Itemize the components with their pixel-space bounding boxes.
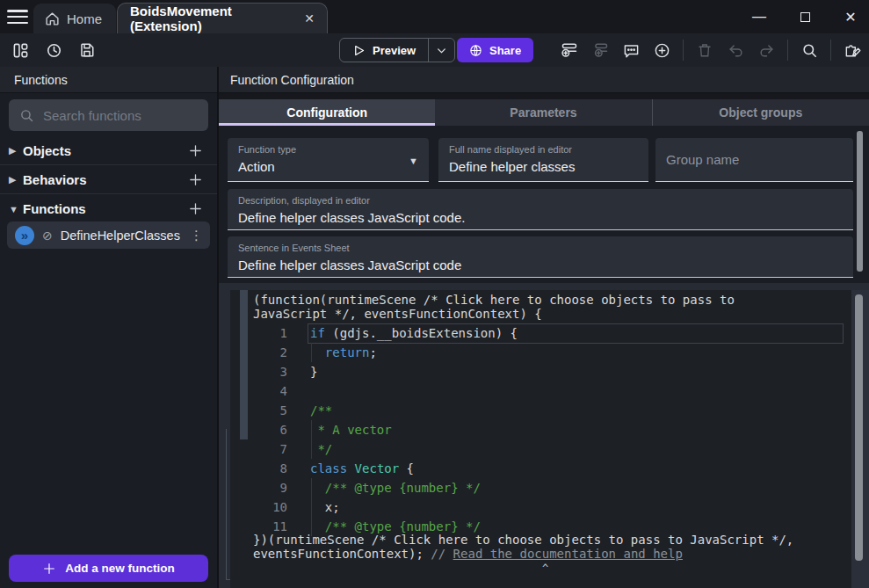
code-line[interactable]: 6 * A vector: [230, 420, 836, 439]
tree-separator: [0, 193, 217, 194]
line-code[interactable]: x;: [310, 500, 340, 514]
line-number: 4: [230, 384, 287, 398]
full-name-field[interactable]: Full name displayed in editor Define hel…: [438, 138, 648, 182]
code-line[interactable]: 1if (gdjs.__boidsExtension) {: [230, 323, 836, 343]
search-button[interactable]: [800, 40, 819, 60]
javascript-code-event: (function(runtimeScene /* Click here to …: [230, 290, 869, 588]
add-event-button[interactable]: [560, 40, 579, 60]
code-footer-comment: //: [431, 547, 453, 561]
add-object-button[interactable]: [185, 142, 205, 161]
code-scrollbar[interactable]: [855, 294, 863, 561]
configuration-tabs: Configuration Parameters Object groups: [219, 99, 869, 126]
code-header-line[interactable]: (function(runtimeScene /* Click here to …: [253, 293, 807, 321]
line-number: 5: [230, 403, 287, 417]
line-code[interactable]: * A vector: [310, 423, 392, 437]
item-menu-icon[interactable]: ⋮: [190, 228, 203, 243]
tab-parameters[interactable]: Parameters: [435, 99, 651, 126]
select-caret-icon: ▼: [409, 156, 418, 166]
line-code[interactable]: return;: [310, 345, 377, 359]
description-field[interactable]: Description, displayed in editor Define …: [228, 189, 853, 230]
chevron-down-icon: ▼: [9, 204, 23, 214]
tab-home[interactable]: Home: [33, 4, 116, 33]
preview-dropdown-button[interactable]: [428, 39, 454, 62]
line-number: 10: [230, 500, 287, 514]
toolbar-divider: [787, 40, 788, 61]
code-line[interactable]: 3}: [230, 362, 836, 381]
line-number: 3: [230, 365, 287, 379]
function-configuration-form: Function type Action ▼ Full name display…: [219, 126, 869, 283]
menu-hamburger-icon[interactable]: [7, 8, 28, 25]
form-scrollbar[interactable]: [857, 131, 863, 272]
code-line[interactable]: 9 /** @type {number} */: [230, 478, 836, 497]
sidebar-panel-title: Functions: [0, 67, 217, 93]
sidebar-section-functions[interactable]: ▼ Functions: [0, 195, 217, 222]
preview-button-group: Preview: [339, 38, 455, 62]
line-code[interactable]: /** @type {number} */: [310, 481, 481, 495]
sidebar-section-objects[interactable]: ▶ Objects: [0, 137, 217, 164]
sidebar-section-behaviors[interactable]: ▶ Behaviors: [0, 166, 217, 193]
code-line[interactable]: 7 */: [230, 439, 836, 459]
titlebar: Home BoidsMovement (Extension) ✕ — ✕: [0, 0, 869, 33]
project-history-icon[interactable]: [44, 40, 63, 60]
code-line[interactable]: 4: [230, 381, 836, 401]
preview-button[interactable]: Preview: [340, 39, 428, 62]
open-panels-button[interactable]: [11, 40, 30, 60]
chevron-right-icon: ▶: [9, 145, 23, 156]
share-button[interactable]: Share: [457, 38, 533, 62]
share-label: Share: [489, 44, 521, 57]
code-footer-line: })(runtimeScene /* Click here to choose …: [253, 533, 815, 561]
tab-object-groups[interactable]: Object groups: [652, 99, 869, 126]
code-line[interactable]: 10 x;: [230, 497, 836, 517]
plus-icon: [42, 562, 56, 576]
code-line[interactable]: 5/**: [230, 401, 836, 420]
code-line[interactable]: 2 return;: [230, 343, 836, 362]
window-minimize-button[interactable]: —: [750, 7, 769, 26]
tab-configuration[interactable]: Configuration: [219, 99, 435, 126]
preview-label: Preview: [373, 44, 416, 57]
tree-separator: [0, 164, 217, 165]
tab-extension[interactable]: BoidsMovement (Extension) ✕: [117, 3, 328, 33]
tab-home-label: Home: [67, 11, 102, 26]
add-behavior-button[interactable]: [185, 171, 205, 190]
tab-extension-label: BoidsMovement (Extension): [130, 4, 292, 33]
delete-button[interactable]: [695, 40, 714, 60]
function-item-definehelperclasses[interactable]: » ⊘ DefineHelperClasses ⋮: [7, 221, 210, 249]
chevron-right-icon: ▶: [9, 174, 23, 185]
window-maximize-button[interactable]: [795, 7, 815, 26]
toolbar-divider: [683, 40, 684, 61]
line-code[interactable]: class Vector {: [310, 461, 414, 475]
window-close-button[interactable]: ✕: [841, 7, 860, 26]
tab-close-icon[interactable]: ✕: [304, 11, 315, 25]
line-code[interactable]: /** @type {number} */: [310, 519, 481, 534]
code-scrollbar-track: [851, 290, 869, 588]
documentation-link[interactable]: Read the documentation and help: [453, 547, 683, 561]
line-code[interactable]: /**: [310, 403, 332, 417]
add-comment-button[interactable]: [621, 40, 641, 60]
add-subevent-button[interactable]: [590, 40, 610, 60]
add-new-event-button[interactable]: [652, 40, 671, 60]
line-number: 9: [230, 481, 287, 495]
add-function-button[interactable]: [185, 200, 205, 219]
line-number: 6: [230, 423, 287, 437]
edit-extension-button[interactable]: [843, 40, 862, 60]
undo-button[interactable]: [726, 40, 745, 60]
code-line[interactable]: 8class Vector {: [230, 459, 836, 478]
group-name-field[interactable]: Group name: [655, 138, 853, 182]
line-number: 8: [230, 461, 287, 475]
expand-caret-icon[interactable]: ^: [542, 563, 548, 575]
line-code[interactable]: if (gdjs.__boidsExtension) {: [310, 326, 518, 340]
line-code[interactable]: */: [310, 442, 332, 456]
line-number: 2: [230, 345, 287, 359]
chevron-down-icon: [436, 45, 447, 56]
code-lines: 1if (gdjs.__boidsExtension) {2 return;3}…: [230, 323, 836, 536]
search-functions-input[interactable]: Search functions: [9, 99, 208, 131]
function-type-select[interactable]: Function type Action ▼: [228, 138, 429, 182]
redo-button[interactable]: [757, 40, 776, 60]
add-new-function-button[interactable]: Add a new function: [9, 555, 208, 582]
function-item-label: DefineHelperClasses: [61, 229, 182, 243]
line-code[interactable]: }: [310, 365, 317, 379]
save-icon[interactable]: [77, 40, 97, 60]
line-number: 1: [230, 326, 287, 340]
search-icon: [19, 108, 34, 123]
sentence-field[interactable]: Sentence in Events Sheet Define helper c…: [228, 236, 853, 278]
